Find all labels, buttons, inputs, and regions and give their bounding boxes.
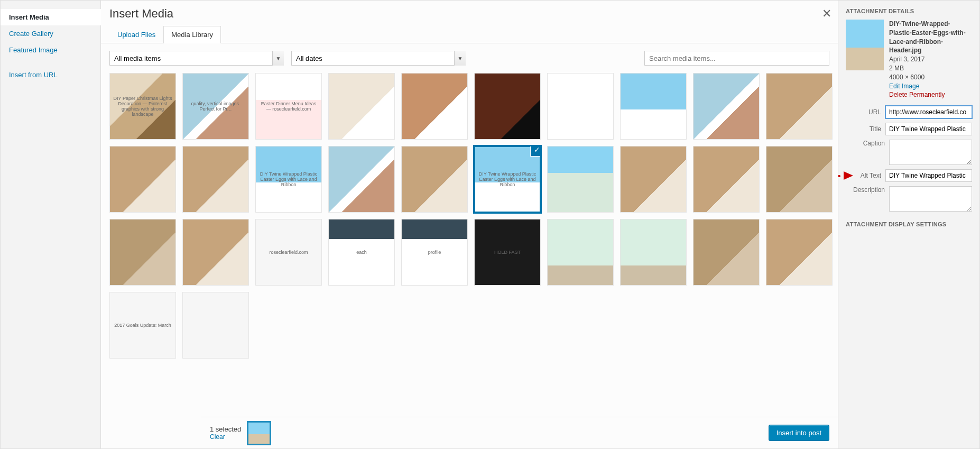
attachment-dimensions: 4000 × 6000 bbox=[889, 73, 972, 82]
display-settings-heading: ATTACHMENT DISPLAY SETTINGS bbox=[846, 221, 972, 227]
attachment-thumb[interactable]: Easter Dinner Menu Ideas — roseclearfiel… bbox=[255, 73, 322, 140]
attachment-thumb[interactable] bbox=[547, 146, 614, 213]
attachment-filesize: 2 MB bbox=[889, 64, 972, 73]
attachment-thumb[interactable]: DIY Twine Wrapped Plastic Easter Eggs wi… bbox=[255, 146, 322, 213]
thumbnail-placeholder bbox=[110, 219, 175, 285]
alt-text-field[interactable] bbox=[885, 169, 972, 182]
attachment-thumb[interactable] bbox=[328, 73, 395, 140]
url-field[interactable] bbox=[885, 106, 972, 118]
search-input[interactable] bbox=[644, 51, 829, 66]
attachment-thumb[interactable] bbox=[401, 146, 468, 213]
delete-permanently-link[interactable]: Delete Permanently bbox=[889, 91, 945, 98]
attachment-thumb[interactable] bbox=[474, 73, 541, 140]
thumbnail-placeholder: DIY Twine Wrapped Plastic Easter Eggs wi… bbox=[256, 146, 321, 212]
thumbnail-placeholder bbox=[402, 74, 467, 139]
attachment-thumb[interactable] bbox=[328, 146, 395, 213]
attachment-thumb[interactable] bbox=[401, 73, 468, 140]
thumbnail-placeholder bbox=[110, 146, 175, 212]
thumbnail-placeholder: quality, vertical images. Perfect for Pi… bbox=[183, 74, 248, 139]
thumbnail-placeholder bbox=[548, 74, 613, 139]
thumbnail-placeholder bbox=[694, 146, 759, 212]
attachment-thumb[interactable] bbox=[693, 146, 760, 213]
sidebar-item-featured-image[interactable]: Featured Image bbox=[1, 42, 100, 58]
media-sidebar: Insert Media Create Gallery Featured Ima… bbox=[1, 1, 101, 448]
attachment-thumb[interactable] bbox=[766, 219, 833, 286]
attachment-filename: DIY-Twine-Wrapped-Plastic-Easter-Eggs-wi… bbox=[889, 20, 972, 55]
attachment-thumb[interactable]: DIY Paper Christmas Lights Decoration — … bbox=[109, 73, 176, 140]
sidebar-item-create-gallery[interactable]: Create Gallery bbox=[1, 25, 100, 42]
clear-selection-link[interactable]: Clear bbox=[210, 433, 241, 441]
url-field-label: URL bbox=[846, 108, 881, 116]
thumbnail-placeholder: DIY Paper Christmas Lights Decoration — … bbox=[110, 74, 175, 139]
attachment-details-heading: ATTACHMENT DETAILS bbox=[846, 8, 972, 14]
attachment-thumb[interactable] bbox=[766, 146, 833, 213]
thumbnail-placeholder bbox=[183, 292, 248, 358]
tabs: Upload Files Media Library bbox=[101, 21, 838, 43]
attachment-thumb[interactable]: DIY Twine Wrapped Plastic Easter Eggs wi… bbox=[474, 146, 541, 213]
selected-count: 1 selected bbox=[210, 425, 241, 433]
attachment-thumb[interactable] bbox=[620, 146, 687, 213]
attachment-thumb[interactable] bbox=[182, 292, 249, 359]
selected-thumbnail[interactable] bbox=[248, 423, 270, 444]
tab-media-library[interactable]: Media Library bbox=[163, 26, 221, 43]
thumbnail-placeholder bbox=[766, 146, 832, 212]
edit-image-link[interactable]: Edit Image bbox=[889, 83, 919, 90]
thumbnail-placeholder: Easter Dinner Menu Ideas — roseclearfiel… bbox=[256, 74, 321, 139]
title-field-label: Title bbox=[846, 125, 881, 133]
thumbnail-placeholder: HOLD FAST bbox=[475, 219, 540, 285]
attachment-thumb[interactable]: 2017 Goals Update: March bbox=[109, 292, 176, 359]
attachment-thumb[interactable] bbox=[109, 219, 176, 286]
attachment-date: April 3, 2017 bbox=[889, 55, 972, 64]
attachment-thumb[interactable] bbox=[766, 73, 833, 140]
thumbnail-placeholder bbox=[183, 146, 248, 212]
attachment-thumb[interactable] bbox=[109, 146, 176, 213]
caption-field[interactable] bbox=[889, 140, 972, 165]
description-field-label: Description bbox=[846, 186, 885, 194]
attachment-thumb[interactable] bbox=[620, 73, 687, 140]
modal-footer: 1 selected Clear Insert into post bbox=[201, 417, 838, 448]
insert-into-post-button[interactable]: Insert into post bbox=[769, 425, 829, 441]
annotation-arrow-icon bbox=[838, 172, 851, 179]
attachment-thumb[interactable]: profile bbox=[401, 219, 468, 286]
sidebar-item-insert-from-url[interactable]: Insert from URL bbox=[1, 67, 100, 83]
thumbnail-placeholder bbox=[548, 146, 613, 212]
attachment-thumb[interactable]: HOLD FAST bbox=[474, 219, 541, 286]
attachment-preview-thumb bbox=[846, 20, 884, 70]
attachment-thumb[interactable]: roseclearfield.com bbox=[255, 219, 322, 286]
filter-type-select[interactable]: All media items bbox=[109, 51, 284, 66]
thumbnail-placeholder: DIY Twine Wrapped Plastic Easter Eggs wi… bbox=[475, 146, 540, 212]
sidebar-item-insert-media[interactable]: Insert Media bbox=[1, 9, 101, 25]
attachment-thumb[interactable] bbox=[547, 73, 614, 140]
thumbnail-placeholder bbox=[329, 146, 394, 212]
thumbnail-placeholder bbox=[621, 146, 686, 212]
attachment-thumb[interactable] bbox=[693, 73, 760, 140]
thumbnail-placeholder bbox=[766, 74, 832, 139]
thumbnail-placeholder bbox=[621, 219, 686, 285]
tab-upload-files[interactable]: Upload Files bbox=[109, 26, 163, 43]
filter-date-select[interactable]: All dates bbox=[291, 51, 466, 66]
thumbnail-placeholder bbox=[694, 74, 759, 139]
attachment-thumb[interactable] bbox=[547, 219, 614, 286]
thumbnail-placeholder bbox=[548, 219, 613, 285]
thumbnail-placeholder: each bbox=[329, 219, 394, 285]
thumbnail-placeholder bbox=[621, 74, 686, 139]
attachment-thumb[interactable] bbox=[182, 146, 249, 213]
thumbnail-placeholder bbox=[475, 74, 540, 139]
thumbnail-placeholder bbox=[402, 146, 467, 212]
attachment-thumb[interactable] bbox=[182, 219, 249, 286]
thumbnail-placeholder bbox=[694, 219, 759, 285]
description-field[interactable] bbox=[889, 186, 972, 212]
attachment-details-panel: ATTACHMENT DETAILS DIY-Twine-Wrapped-Pla… bbox=[838, 1, 979, 448]
page-title: Insert Media bbox=[109, 7, 173, 21]
attachments-grid: DIY Paper Christmas Lights Decoration — … bbox=[109, 73, 838, 359]
attachment-thumb[interactable]: quality, vertical images. Perfect for Pi… bbox=[182, 73, 249, 140]
thumbnail-placeholder: 2017 Goals Update: March bbox=[110, 292, 175, 358]
attachment-thumb[interactable]: each bbox=[328, 219, 395, 286]
thumbnail-placeholder: roseclearfield.com bbox=[256, 219, 321, 285]
checkmark-icon[interactable]: ✓ bbox=[531, 146, 541, 156]
title-field[interactable] bbox=[885, 123, 972, 135]
thumbnail-placeholder bbox=[329, 74, 394, 139]
attachment-thumb[interactable] bbox=[693, 219, 760, 286]
close-icon[interactable]: ✕ bbox=[822, 7, 831, 21]
attachment-thumb[interactable] bbox=[620, 219, 687, 286]
